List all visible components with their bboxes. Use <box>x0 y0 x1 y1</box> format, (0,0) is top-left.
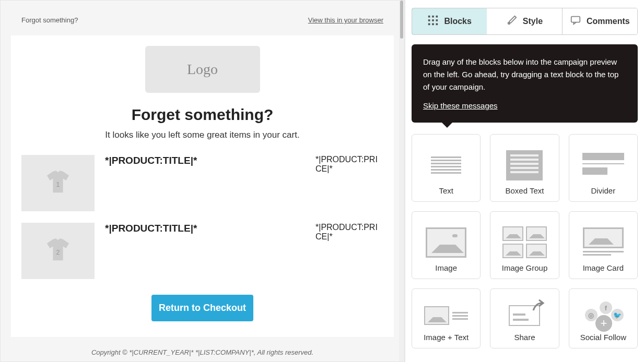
block-image-card[interactable]: Image Card <box>569 211 638 279</box>
tshirt-icon: 1 <box>43 170 73 197</box>
svg-text:2: 2 <box>56 249 60 256</box>
block-label: Text <box>439 186 453 195</box>
image-card-icon <box>575 221 632 263</box>
image-group-icon <box>496 221 553 263</box>
block-label: Image Group <box>502 263 548 272</box>
svg-rect-3 <box>432 16 435 18</box>
block-divider[interactable]: Divider <box>569 134 638 202</box>
svg-rect-12 <box>571 17 580 22</box>
return-to-checkout-button[interactable]: Return to Checkout <box>151 295 253 321</box>
campaign-preview-pane: Forgot something? View this in your brow… <box>0 0 405 362</box>
block-label: Share <box>514 333 535 342</box>
svg-rect-5 <box>428 19 430 21</box>
view-in-browser-link[interactable]: View this in your browser <box>308 16 383 24</box>
product-row[interactable]: 1 *|PRODUCT:TITLE|* *|PRODUCT:PRICE|* <box>21 155 383 211</box>
block-label: Social Follow <box>580 333 626 342</box>
email-preheader: Forgot something? View this in your brow… <box>1 1 404 29</box>
svg-rect-7 <box>436 19 438 21</box>
email-subheadline[interactable]: It looks like you left some great items … <box>21 130 383 140</box>
block-label: Image + Text <box>424 333 469 342</box>
block-share[interactable]: Share <box>490 288 559 348</box>
preheader-text: Forgot something? <box>21 16 78 24</box>
image-text-icon <box>417 298 475 333</box>
svg-rect-10 <box>436 23 438 26</box>
paintbrush-icon <box>506 15 518 28</box>
onboarding-tooltip: Drag any of the blocks below into the ca… <box>412 44 638 123</box>
comment-icon <box>570 15 581 28</box>
social-follow-icon: f◎🐦+ <box>575 298 632 333</box>
block-text[interactable]: Text <box>412 134 481 202</box>
tab-blocks[interactable]: Blocks <box>412 8 487 35</box>
product-price[interactable]: *|PRODUCT:PRICE|* <box>315 223 383 242</box>
block-label: Image Card <box>583 263 624 272</box>
logo-placeholder[interactable]: Logo <box>145 46 260 93</box>
scrollbar[interactable] <box>399 1 404 362</box>
svg-rect-6 <box>432 19 435 21</box>
product-thumbnail: 1 <box>21 155 95 211</box>
svg-rect-9 <box>432 23 435 26</box>
tab-label: Style <box>523 17 543 26</box>
tab-label: Blocks <box>444 17 471 26</box>
block-image[interactable]: Image <box>412 211 481 279</box>
product-title[interactable]: *|PRODUCT:TITLE|* <box>105 223 305 234</box>
divider-icon <box>575 144 632 186</box>
sidebar-tab-bar: Blocks Style Comments <box>412 8 638 35</box>
skip-messages-link[interactable]: Skip these messages <box>423 100 498 112</box>
block-label: Divider <box>591 186 615 195</box>
product-title[interactable]: *|PRODUCT:TITLE|* <box>105 155 305 166</box>
scrollbar-thumb[interactable] <box>400 1 403 39</box>
block-boxed-text[interactable]: Boxed Text <box>490 134 559 202</box>
product-row[interactable]: 2 *|PRODUCT:TITLE|* *|PRODUCT:PRICE|* <box>21 223 383 279</box>
tshirt-icon: 2 <box>43 237 73 264</box>
block-image-group[interactable]: Image Group <box>490 211 559 279</box>
product-thumbnail: 2 <box>21 223 95 279</box>
svg-rect-4 <box>436 16 438 18</box>
blocks-grid: Text Boxed Text Divider Image Image Grou… <box>412 134 638 348</box>
product-price[interactable]: *|PRODUCT:PRICE|* <box>315 155 383 174</box>
tab-comments[interactable]: Comments <box>563 8 637 34</box>
editor-sidebar: Blocks Style Comments Drag any of the bl… <box>405 0 644 362</box>
tooltip-text: Drag any of the blocks below into the ca… <box>423 56 626 93</box>
share-icon <box>496 298 553 333</box>
email-headline[interactable]: Forget something? <box>21 106 383 124</box>
boxed-text-icon <box>496 144 553 186</box>
svg-rect-8 <box>428 23 430 26</box>
block-label: Boxed Text <box>506 186 544 195</box>
tab-style[interactable]: Style <box>487 8 562 34</box>
text-lines-icon <box>417 144 475 186</box>
block-image-text[interactable]: Image + Text <box>412 288 481 348</box>
image-icon <box>417 221 475 263</box>
email-body[interactable]: Logo Forget something? It looks like you… <box>11 35 394 337</box>
svg-text:1: 1 <box>56 181 60 188</box>
email-footer[interactable]: Copyright © *|CURRENT_YEAR|* *|LIST:COMP… <box>1 337 404 361</box>
svg-rect-2 <box>428 16 430 18</box>
block-social-follow[interactable]: f◎🐦+ Social Follow <box>569 288 638 348</box>
blocks-grid-icon <box>427 15 439 28</box>
tab-label: Comments <box>587 17 630 26</box>
block-label: Image <box>435 263 457 272</box>
